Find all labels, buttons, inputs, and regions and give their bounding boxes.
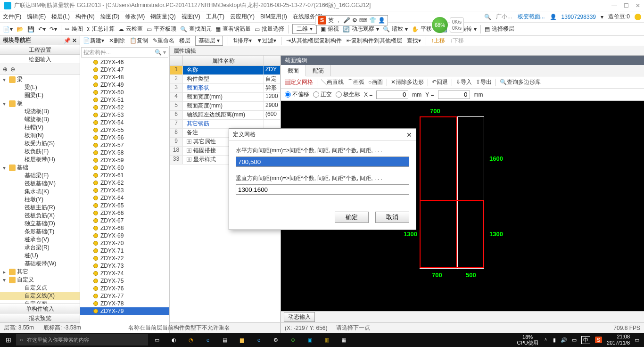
settings-icon[interactable]: ⚙	[268, 334, 284, 346]
tree-node[interactable]: 筏板基础(M)	[0, 180, 80, 188]
sum-button[interactable]: Σ汇总计算	[87, 25, 115, 33]
app-1-icon[interactable]: ◐	[166, 334, 182, 346]
tree-node[interactable]: 自定义点	[0, 284, 80, 292]
prop-row[interactable]: 5截面高度(mm)2900	[170, 102, 280, 111]
tree-node[interactable]: 螺旋板(B)	[0, 115, 80, 123]
tray-clock[interactable]: 21:082017/11/8	[607, 334, 630, 346]
v-spacing-input[interactable]	[236, 184, 409, 195]
tree-node[interactable]: 桩(U)	[0, 252, 80, 260]
move-up-button[interactable]: ↑上移	[431, 37, 445, 45]
store-icon[interactable]: ▤	[217, 334, 233, 346]
tree-node[interactable]: ▾板	[0, 99, 80, 107]
taskview-icon[interactable]: ▭	[149, 334, 165, 346]
tree-node[interactable]: 现浇板(B)	[0, 107, 80, 115]
search-input[interactable]: 搜索构件...🔍 ▾	[81, 47, 168, 58]
floor-dropdown[interactable]: 楼层	[179, 37, 190, 45]
tree-node[interactable]: 承台梁(R)	[0, 244, 80, 252]
list-item[interactable]: ZDYX-62	[80, 179, 169, 187]
explorer-icon[interactable]: ▆	[234, 334, 250, 346]
tree-node[interactable]: 板负筋(F)	[0, 148, 80, 156]
list-item[interactable]: ZDYX-52	[80, 104, 169, 111]
close-icon[interactable]: ✕	[636, 2, 640, 9]
ggj-icon[interactable]: ▦	[336, 334, 352, 346]
list-item[interactable]: ZDYX-63	[80, 187, 169, 194]
tree-node[interactable]: 楼层板带(H)	[0, 156, 80, 164]
tree-node[interactable]: 柱帽(V)	[0, 123, 80, 132]
draw-button[interactable]: ✏绘图	[65, 25, 83, 33]
list-item[interactable]: ZDYX-59	[80, 156, 169, 164]
batch-select-button[interactable]: ▭批量选择	[255, 25, 284, 33]
list-item[interactable]: ZDYX-55	[80, 126, 169, 134]
expand-all-icon[interactable]: ⊕	[3, 66, 8, 73]
list-item[interactable]: ZDYX-51	[80, 96, 169, 104]
y-input[interactable]	[438, 90, 470, 99]
menu-modify[interactable]: 修改(M)	[125, 13, 145, 21]
list-item[interactable]: ZDYX-47	[80, 66, 169, 74]
edge-icon[interactable]: e	[200, 334, 216, 346]
list-item[interactable]: ZDYX-79	[80, 307, 169, 315]
tray-net-icon[interactable]: ▮	[553, 337, 556, 343]
find-button[interactable]: 查找▾	[407, 37, 421, 45]
nav-tab-single[interactable]: 单构件输入	[0, 304, 80, 313]
copy-from-button[interactable]: ⇥从其他楼层复制构件	[286, 37, 342, 45]
tree-node[interactable]: ▾基础	[0, 164, 80, 172]
ok-button[interactable]: 确定	[335, 212, 369, 223]
ime-toolbar[interactable]: S 英 ， 🎤 ⚙ ⌨ 👕 👤	[315, 15, 388, 25]
app-green-icon[interactable]: ⊕	[285, 334, 301, 346]
list-item[interactable]: ZDYX-76	[80, 285, 169, 292]
open-icon[interactable]: 📂	[17, 26, 24, 33]
collapse-all-icon[interactable]: ⊖	[10, 66, 15, 73]
menu-bim[interactable]: BIM应用(I)	[260, 13, 287, 21]
pin-icon[interactable]: 📌 ✕	[64, 37, 77, 44]
user-id[interactable]: 13907298339	[561, 14, 596, 20]
list-item[interactable]: ZDYX-53	[80, 111, 169, 119]
base-floor-dropdown[interactable]: 基础层 ▾	[195, 36, 223, 46]
sort-button[interactable]: ⇅排序▾	[233, 37, 252, 45]
list-item[interactable]: ZDYX-57	[80, 141, 169, 149]
tree-node[interactable]: 柱墩(Y)	[0, 196, 80, 204]
nav-tree[interactable]: ▾梁梁(L)圈梁(E)▾板现浇板(B)螺旋板(B)柱帽(V)板洞(N)板受力筋(…	[0, 74, 80, 304]
zoom-button[interactable]: 🔍缩放▾	[383, 25, 408, 33]
menu-rebar[interactable]: 钢筋量(Q)	[150, 13, 175, 21]
nav-tab-project[interactable]: 工程设置	[0, 45, 80, 55]
tree-node[interactable]: ▸其它	[0, 268, 80, 276]
draw-line-button[interactable]: ╲画直线	[321, 78, 344, 86]
filter-button[interactable]: ▼过滤▾	[256, 37, 276, 45]
list-item[interactable]: ZDYX-69	[80, 232, 169, 239]
del-comp-button[interactable]: ✕删除	[109, 37, 125, 45]
start-icon[interactable]: ⊞	[2, 336, 15, 344]
dyn-view-button[interactable]: 🔄动态观察▾	[343, 25, 379, 33]
ime-lang[interactable]: 英	[328, 16, 334, 25]
speed-ball-icon[interactable]: 68%	[432, 17, 448, 33]
tray-notif-icon[interactable]: ▭	[635, 337, 639, 343]
list-item[interactable]: ZDYX-46	[80, 58, 169, 66]
clear-poly-button[interactable]: ✕清除多边形	[391, 78, 424, 86]
tab-section[interactable]: 截面	[281, 65, 306, 76]
nav-tab-report[interactable]: 报表预览	[0, 313, 80, 322]
draw-circle-button[interactable]: ○画圆	[368, 78, 383, 86]
list-item[interactable]: ZDYX-70	[80, 239, 169, 247]
rename-button[interactable]: ✎重命名	[153, 37, 174, 45]
component-list[interactable]: ZDYX-46ZDYX-47ZDYX-48ZDYX-49ZDYX-50ZDYX-…	[80, 58, 169, 333]
tree-node[interactable]: 圈梁(E)	[0, 91, 80, 99]
list-item[interactable]: ZDYX-78	[80, 300, 169, 307]
speed-monitor[interactable]: 68% 0K/s0K/s	[432, 17, 464, 33]
undo-icon[interactable]: ↶▾	[38, 26, 46, 33]
find-elem-button[interactable]: 🔍查找图元	[180, 25, 212, 33]
tray-sogou-icon[interactable]: S	[595, 337, 602, 343]
sogou-icon[interactable]: S	[318, 16, 326, 25]
tree-node[interactable]: 基础板带(W)	[0, 260, 80, 268]
cloud-check-button[interactable]: ☁云检查	[118, 25, 143, 33]
define-grid-button[interactable]: ▦定义网格	[285, 78, 313, 86]
tree-node[interactable]: 独立基础(D)	[0, 220, 80, 228]
tree-node[interactable]: 桩承台(V)	[0, 236, 80, 244]
tab-rebar[interactable]: 配筋	[306, 65, 331, 76]
copy-comp-button[interactable]: 📋复制	[130, 37, 148, 45]
tree-node[interactable]: 自定义面	[0, 300, 80, 304]
cpu-usage[interactable]: 18%CPU使用	[517, 334, 538, 346]
menu-component[interactable]: 构件(N)	[75, 13, 95, 21]
ie-icon[interactable]: e	[251, 334, 267, 346]
tree-node[interactable]: 筏板主筋(R)	[0, 204, 80, 212]
view-2d-dropdown[interactable]: 二维 ▾	[292, 24, 316, 34]
list-item[interactable]: ZDYX-61	[80, 172, 169, 179]
